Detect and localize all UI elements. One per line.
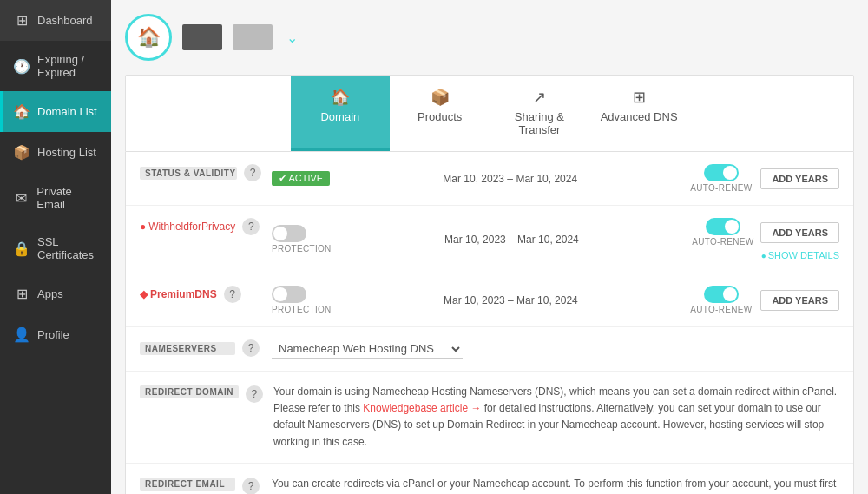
- premium-content: PROTECTION Mar 10, 2023 – Mar 10, 2024 A…: [272, 286, 839, 314]
- status-date-range: Mar 10, 2023 – Mar 10, 2024: [339, 173, 681, 185]
- add-years-button[interactable]: ADD YEARS: [760, 168, 839, 189]
- nameservers-left: NAMESERVERS ?: [140, 339, 261, 357]
- premium-left: ◆ PremiumDNS ?: [140, 286, 261, 303]
- premium-protection-label: PROTECTION: [272, 305, 332, 314]
- withheld-help-button[interactable]: ?: [242, 218, 260, 235]
- domain-thumbnail-1[interactable]: [182, 24, 222, 50]
- redirect-domain-help-button[interactable]: ?: [246, 385, 263, 403]
- redirect-email-help-button[interactable]: ?: [242, 478, 260, 494]
- status-label: STATUS & VALIDITY: [140, 167, 237, 180]
- domain-header: 🏠 ⌄: [125, 14, 854, 61]
- withheld-protection-toggle[interactable]: [272, 225, 306, 242]
- premium-protection-toggle[interactable]: [272, 286, 306, 303]
- tab-advanced-dns[interactable]: ⊞ Advanced DNS: [589, 76, 689, 151]
- sidebar-item-hosting-list[interactable]: 📦 Hosting List: [0, 132, 111, 173]
- tab-sharing-icon: ↗: [533, 88, 546, 107]
- status-validity-row: STATUS & VALIDITY ? ✔ ACTIVE Mar 10, 202…: [126, 152, 853, 206]
- tab-products[interactable]: 📦 Products: [390, 76, 490, 151]
- nameservers-select[interactable]: Namecheap Web Hosting DNS: [272, 339, 463, 359]
- sidebar-item-private-email[interactable]: ✉ Private Email: [0, 173, 111, 223]
- withheld-date-range: Mar 10, 2023 – Mar 10, 2024: [340, 234, 684, 246]
- content-panel: STATUS & VALIDITY ? ✔ ACTIVE Mar 10, 202…: [125, 152, 854, 494]
- auto-renew-toggle[interactable]: [704, 164, 739, 181]
- premium-auto-renew-toggle[interactable]: [704, 286, 739, 303]
- withheld-logo: ● WithheldforPrivacy: [140, 221, 235, 233]
- nameservers-label: NAMESERVERS: [140, 342, 235, 355]
- tab-domain-icon: 🏠: [331, 88, 350, 107]
- status-left: STATUS & VALIDITY ?: [140, 164, 261, 181]
- auto-renew-toggle-wrap: AUTO-RENEW: [690, 164, 752, 193]
- dashboard-icon: ⊞: [13, 12, 30, 29]
- home-icon: 🏠: [13, 103, 30, 120]
- withheld-left: ● WithheldforPrivacy ?: [140, 218, 261, 235]
- nameservers-row: NAMESERVERS ? Namecheap Web Hosting DNS: [126, 327, 853, 372]
- withheld-content: PROTECTION Mar 10, 2023 – Mar 10, 2024 A…: [272, 218, 839, 260]
- domain-icon: 🏠: [125, 14, 172, 61]
- domain-thumbnail-2[interactable]: [233, 24, 273, 50]
- sidebar-item-ssl-certificates[interactable]: 🔒 SSL Certificates: [0, 223, 111, 273]
- domain-arrow-icon: ⌄: [286, 30, 298, 46]
- sidebar-item-expiring[interactable]: 🕐 Expiring / Expired: [0, 41, 111, 91]
- status-content: ✔ ACTIVE Mar 10, 2023 – Mar 10, 2024 AUT…: [272, 164, 839, 193]
- premium-logo: ◆ PremiumDNS: [140, 288, 217, 300]
- tab-dns-icon: ⊞: [633, 88, 646, 107]
- lock-icon: 🔒: [13, 240, 30, 257]
- tab-products-icon: 📦: [431, 88, 450, 107]
- nameservers-select-wrap: Namecheap Web Hosting DNS: [272, 339, 839, 359]
- premium-add-years-button[interactable]: ADD YEARS: [760, 290, 839, 311]
- withheld-actions: AUTO-RENEW ADD YEARS ● SHOW DETAILS: [692, 218, 839, 260]
- show-details-link[interactable]: ● SHOW DETAILS: [761, 250, 839, 260]
- redirect-email-left: REDIRECT EMAIL ?: [140, 476, 261, 494]
- premium-protection-col: PROTECTION: [272, 286, 332, 314]
- redirect-email-row: REDIRECT EMAIL ? You can create redirect…: [126, 464, 853, 494]
- tab-domain[interactable]: 🏠 Domain: [291, 76, 391, 151]
- apps-icon: ⊞: [13, 286, 30, 302]
- withheld-protection-col: PROTECTION: [272, 225, 332, 254]
- premium-row: ◆ PremiumDNS ? PROTECTION Mar 10, 2023 –…: [126, 273, 853, 327]
- tab-sharing-transfer[interactable]: ↗ Sharing & Transfer: [490, 76, 589, 151]
- tab-bar: 🏠 Domain 📦 Products ↗ Sharing & Transfer…: [125, 75, 854, 152]
- redirect-email-label: REDIRECT EMAIL: [140, 478, 235, 491]
- active-badge: ✔ ACTIVE: [272, 171, 330, 186]
- redirect-domain-link[interactable]: Knowledgebase article →: [363, 402, 481, 414]
- withheld-auto-renew-toggle[interactable]: [706, 218, 740, 235]
- profile-icon: 👤: [13, 326, 30, 343]
- withheld-row: ● WithheldforPrivacy ? PROTECTION Mar 10…: [126, 206, 853, 273]
- main-content: 🏠 ⌄ 🏠 Domain 📦 Products ↗ Sharing & Tran…: [111, 0, 868, 494]
- sidebar-item-apps[interactable]: ⊞ Apps: [0, 273, 111, 314]
- redirect-domain-label: REDIRECT DOMAIN: [140, 385, 239, 398]
- redirect-domain-row: REDIRECT DOMAIN ? Your domain is using N…: [126, 372, 853, 464]
- redirect-email-text: You can create redirects via cPanel or y…: [272, 476, 839, 494]
- server-icon: 📦: [13, 144, 30, 161]
- premium-date-range: Mar 10, 2023 – Mar 10, 2024: [340, 294, 682, 306]
- sidebar-item-profile[interactable]: 👤 Profile: [0, 314, 111, 355]
- auto-renew-label: AUTO-RENEW: [690, 183, 752, 193]
- premium-auto-renew-wrap: AUTO-RENEW: [690, 286, 752, 314]
- nameservers-help-button[interactable]: ?: [242, 339, 260, 357]
- sidebar-item-domain-list[interactable]: 🏠 Domain List: [0, 91, 111, 132]
- withheld-protection-label: PROTECTION: [272, 244, 332, 254]
- sidebar: ⊞ Dashboard 🕐 Expiring / Expired 🏠 Domai…: [0, 0, 111, 494]
- withheld-add-years-button[interactable]: ADD YEARS: [760, 222, 839, 243]
- sidebar-item-dashboard[interactable]: ⊞ Dashboard: [0, 0, 111, 41]
- redirect-domain-left: REDIRECT DOMAIN ?: [140, 384, 263, 403]
- clock-icon: 🕐: [13, 58, 30, 75]
- redirect-domain-text: Your domain is using Namecheap Hosting N…: [273, 384, 839, 451]
- premium-help-button[interactable]: ?: [224, 286, 241, 303]
- status-help-button[interactable]: ?: [244, 164, 261, 181]
- email-icon: ✉: [13, 190, 30, 207]
